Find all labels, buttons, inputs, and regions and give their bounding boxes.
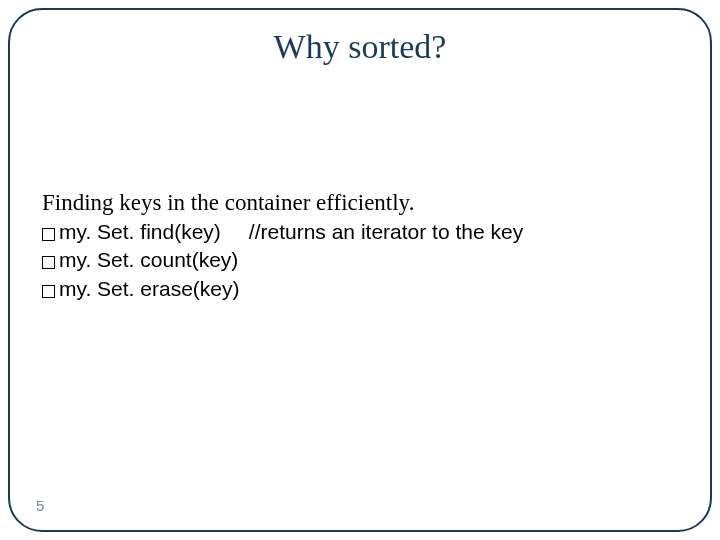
- list-item: my. Set. find(key) //returns an iterator…: [42, 218, 678, 246]
- slide-body: Finding keys in the container efficientl…: [42, 190, 678, 303]
- slide: Why sorted? Finding keys in the containe…: [0, 0, 720, 540]
- api-call: my. Set. find(key): [59, 218, 221, 246]
- slide-title: Why sorted?: [0, 28, 720, 66]
- bullet-icon: [42, 228, 55, 241]
- bullet-icon: [42, 285, 55, 298]
- api-call: my. Set. erase(key): [59, 275, 240, 303]
- api-comment: //returns an iterator to the key: [249, 218, 523, 246]
- api-call: my. Set. count(key): [59, 246, 238, 274]
- page-number: 5: [36, 497, 44, 514]
- list-item: my. Set. count(key): [42, 246, 678, 274]
- list-item: my. Set. erase(key): [42, 275, 678, 303]
- lead-text: Finding keys in the container efficientl…: [42, 190, 678, 216]
- bullet-icon: [42, 256, 55, 269]
